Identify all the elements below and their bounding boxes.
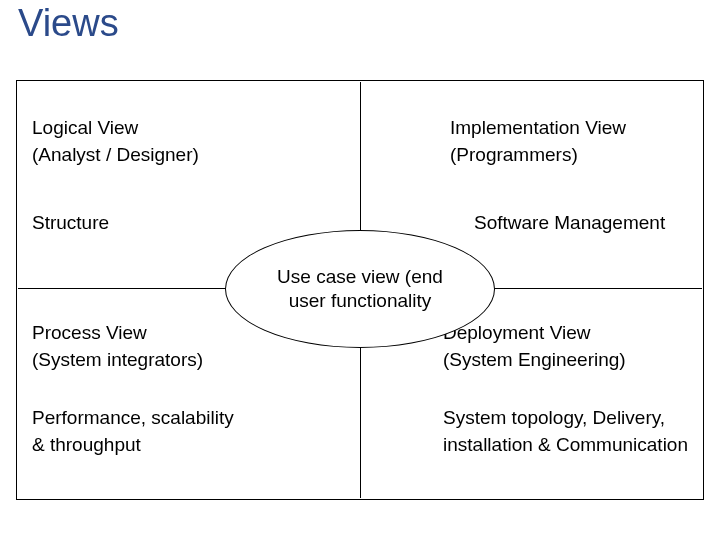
quadrant-tr-stakeholder: (Programmers) — [450, 144, 578, 165]
quadrant-bl-concern-line1: Performance, scalability — [32, 407, 234, 428]
quadrant-br-concern: System topology, Delivery, installation … — [443, 405, 688, 458]
quadrant-tr-concern: Software Management — [474, 210, 665, 237]
center-ellipse: Use case view (end user functionality — [225, 230, 495, 348]
quadrant-bl-concern-line2: & throughput — [32, 434, 141, 455]
quadrant-tl-stakeholder: (Analyst / Designer) — [32, 144, 199, 165]
quadrant-br-concern-line2: installation & Communication — [443, 434, 688, 455]
page-title: Views — [18, 2, 119, 45]
quadrant-tl-view-name: Logical View — [32, 117, 138, 138]
quadrant-br-stakeholder: (System Engineering) — [443, 349, 626, 370]
quadrant-br-concern-line1: System topology, Delivery, — [443, 407, 665, 428]
center-label: Use case view (end user functionality — [277, 265, 443, 313]
center-line1: Use case view (end — [277, 266, 443, 287]
quadrant-tl-header: Logical View (Analyst / Designer) — [32, 115, 199, 168]
quadrant-tr-view-name: Implementation View — [450, 117, 626, 138]
quadrant-bl-stakeholder: (System integrators) — [32, 349, 203, 370]
center-line2: user functionality — [289, 290, 432, 311]
quadrant-bl-view-name: Process View — [32, 322, 147, 343]
quadrant-br-header: Deployment View (System Engineering) — [443, 320, 626, 373]
quadrant-tl-concern: Structure — [32, 210, 109, 237]
quadrant-bl-concern: Performance, scalability & throughput — [32, 405, 234, 458]
quadrant-bl-header: Process View (System integrators) — [32, 320, 203, 373]
quadrant-tr-header: Implementation View (Programmers) — [450, 115, 626, 168]
